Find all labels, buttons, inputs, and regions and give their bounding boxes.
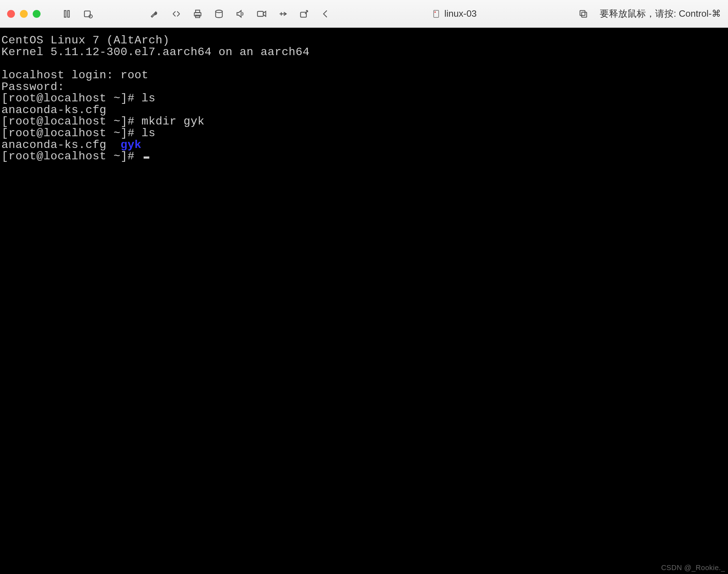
svg-rect-0 xyxy=(64,10,66,17)
terminal-kernel: Kernel 5.11.12-300.el7.aarch64 on an aar… xyxy=(1,47,727,58)
terminal-prompt-current: [root@localhost ~]# xyxy=(1,151,727,163)
minimize-button[interactable] xyxy=(20,10,28,18)
window-title-text: linux-03 xyxy=(444,8,477,19)
release-hint: 要释放鼠标，请按: Control-⌘ xyxy=(600,7,721,20)
titlebar-right: 要释放鼠标，请按: Control-⌘ xyxy=(578,7,721,20)
svg-rect-12 xyxy=(580,10,585,15)
terminal-password: Password: xyxy=(1,81,727,93)
chevron-left-icon[interactable] xyxy=(320,8,331,20)
share-icon[interactable] xyxy=(299,8,310,20)
terminal-banner: CentOS Linux 7 (AltArch) xyxy=(1,35,727,47)
svg-rect-5 xyxy=(196,10,200,12)
copy-icon[interactable] xyxy=(578,8,589,20)
close-button[interactable] xyxy=(7,10,15,18)
svg-point-7 xyxy=(216,10,223,12)
terminal-output: anaconda-ks.cfg xyxy=(1,105,727,116)
wrench-icon[interactable] xyxy=(149,8,161,20)
camera-icon[interactable] xyxy=(256,8,267,20)
cursor xyxy=(144,156,149,159)
snapshot-icon[interactable] xyxy=(82,8,94,20)
terminal-prompt: [root@localhost ~]# mkdir gyk xyxy=(1,116,727,128)
pause-icon[interactable] xyxy=(61,8,73,20)
svg-rect-13 xyxy=(582,12,587,17)
terminal-output: anaconda-ks.cfg gyk xyxy=(1,139,727,151)
disk-icon[interactable] xyxy=(213,8,225,20)
usb-icon[interactable] xyxy=(277,8,289,20)
printer-icon[interactable] xyxy=(192,8,203,20)
toolbar-center xyxy=(149,8,331,20)
svg-point-11 xyxy=(434,11,436,13)
speaker-icon[interactable] xyxy=(235,8,246,20)
toolbar-left xyxy=(61,8,94,20)
titlebar: linux-03 要释放鼠标，请按: Control-⌘ xyxy=(0,0,728,28)
maximize-button[interactable] xyxy=(33,10,41,18)
window-controls xyxy=(7,10,41,18)
terminal-blank xyxy=(1,58,727,70)
svg-rect-8 xyxy=(257,11,263,16)
resize-icon[interactable] xyxy=(171,8,182,20)
svg-rect-10 xyxy=(434,10,439,17)
svg-rect-1 xyxy=(68,10,69,17)
terminal-prompt: [root@localhost ~]# ls xyxy=(1,93,727,105)
terminal-file: anaconda-ks.cfg xyxy=(1,138,121,152)
terminal-login: localhost login: root xyxy=(1,70,727,81)
terminal-prompt: [root@localhost ~]# ls xyxy=(1,128,727,139)
terminal[interactable]: CentOS Linux 7 (AltArch) Kernel 5.11.12-… xyxy=(0,28,728,574)
terminal-directory: gyk xyxy=(121,138,141,152)
watermark: CSDN @_Rookie._ xyxy=(661,564,725,571)
window-title: linux-03 xyxy=(338,8,571,19)
document-icon xyxy=(432,10,441,18)
